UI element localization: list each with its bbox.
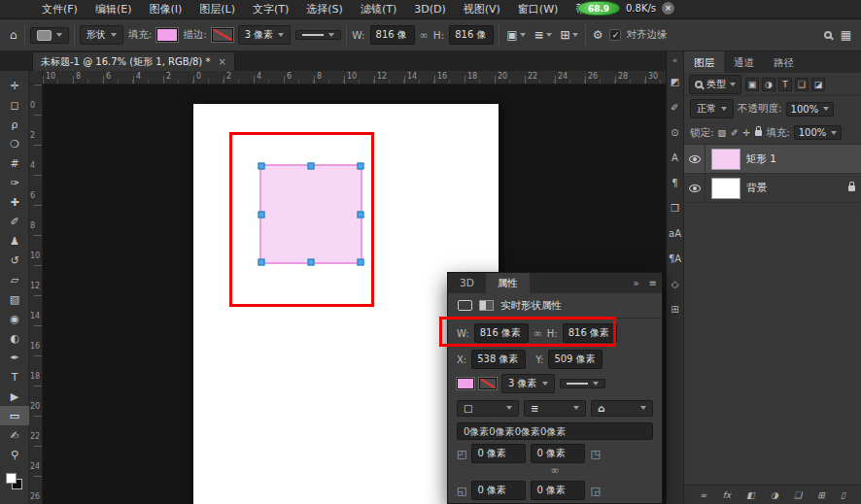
selection-handle[interactable] (258, 163, 265, 170)
menu-item[interactable]: 图像(I) (140, 0, 190, 19)
home-icon[interactable]: ⌂ (8, 28, 19, 42)
filter-type-layers-icon[interactable]: T (778, 78, 792, 91)
shape-width-input[interactable]: 816 像 (370, 25, 415, 45)
paragraph-styles-panel-icon[interactable]: ¶A (667, 246, 683, 271)
shape-height-input[interactable]: 816 像素 (563, 323, 617, 343)
menu-item[interactable]: 滤镜(T) (352, 0, 405, 19)
fill-opacity-select[interactable]: 100% (794, 125, 843, 140)
speed-ball-badge[interactable]: 68.9 (577, 1, 620, 16)
selection-handle[interactable] (358, 163, 364, 170)
workspace-switcher-icon[interactable]: ▦ (839, 28, 853, 42)
geometry-options-gear-icon[interactable]: ⚙ (591, 28, 605, 42)
link-layers-icon[interactable]: ∞ (700, 489, 707, 500)
layer-thumbnail[interactable] (711, 178, 740, 199)
menu-item[interactable]: 选择(S) (297, 0, 352, 19)
stroke-corners-select[interactable]: ⌂ (591, 400, 653, 417)
lock-position-icon[interactable]: ✛ (743, 128, 751, 138)
fill-color-swatch[interactable] (156, 28, 178, 42)
shape-width-input[interactable]: 816 像素 (474, 323, 529, 343)
menu-item[interactable]: 窗口(W) (509, 0, 567, 19)
info-panel-icon[interactable]: ⊙ (667, 119, 683, 145)
search-icon[interactable] (822, 31, 834, 39)
foreground-color-swatch[interactable] (6, 473, 17, 484)
selection-handle[interactable] (358, 211, 364, 218)
blur-tool[interactable]: ◉ (0, 309, 29, 328)
zoom-tool[interactable]: ⚲ (0, 445, 29, 464)
layer-thumbnail[interactable] (711, 149, 740, 170)
character-panel-icon[interactable]: A (667, 145, 683, 170)
stroke-width-select[interactable]: 3 像素 (501, 374, 555, 393)
spot-healing-brush-tool[interactable]: ✚ (0, 192, 29, 212)
lock-image-pixels-icon[interactable]: ✐ (731, 128, 739, 138)
dodge-tool[interactable]: ◐ (0, 328, 29, 348)
panel-tab[interactable]: 图层 (684, 51, 724, 73)
shape-x-input[interactable]: 538 像素 (471, 350, 526, 369)
corner-radius-top-right-input[interactable]: 0 像素 (531, 444, 585, 463)
menu-item[interactable]: 编辑(E) (86, 0, 141, 19)
lock-all-icon[interactable] (755, 128, 762, 138)
stroke-type-select[interactable] (560, 379, 605, 388)
character-styles-panel-icon[interactable]: aA (667, 220, 683, 246)
gradient-tool[interactable]: ▧ (0, 289, 29, 309)
quick-selection-tool[interactable]: ❍ (0, 134, 29, 153)
hand-tool[interactable]: ✍ (0, 425, 29, 445)
3d-panel-icon[interactable]: ◇ (667, 271, 683, 296)
new-layer-icon[interactable]: ⊞ (817, 489, 825, 500)
adjustments-panel-icon[interactable]: ◩ (667, 69, 683, 94)
delete-layer-icon[interactable]: ▯ (841, 489, 845, 500)
align-edges-checkbox[interactable]: ✓ (609, 29, 621, 41)
horizontal-type-tool[interactable]: T (0, 367, 29, 386)
selection-handle[interactable] (258, 259, 265, 266)
shape-height-input[interactable]: 816 像 (449, 25, 494, 45)
blend-mode-select[interactable]: 正常 (690, 99, 734, 118)
path-selection-tool[interactable]: ▶ (0, 386, 29, 406)
layer-row[interactable]: 矩形 1 (684, 145, 861, 174)
tool-mode-select[interactable]: 形状 (80, 25, 123, 45)
mask-thumbnail-icon[interactable] (479, 300, 494, 311)
corner-radius-bottom-left-input[interactable]: 0 像素 (471, 481, 526, 500)
stroke-color-swatch[interactable] (212, 28, 233, 42)
path-alignment-dropdown[interactable]: ≡ (533, 28, 554, 42)
expand-panels-icon[interactable]: « (667, 51, 683, 69)
brush-tool[interactable]: ✐ (0, 212, 29, 231)
filter-smart-objects-icon[interactable]: ◪ (811, 78, 825, 91)
crop-tool[interactable]: # (0, 153, 29, 173)
horizontal-ruler[interactable]: 108642024681012141618202224262830 (43, 71, 666, 84)
link-corner-radii-icon[interactable]: ∞ (448, 464, 662, 480)
filter-adjustment-layers-icon[interactable]: ◑ (762, 78, 775, 91)
new-group-icon[interactable]: ❏ (794, 489, 802, 500)
layer-row[interactable]: 背景 (684, 174, 861, 203)
layer-effects-icon[interactable]: fx (723, 489, 732, 500)
selection-handle[interactable] (358, 259, 364, 266)
panel-menu-icon[interactable]: ≡ (644, 278, 662, 288)
tab-properties[interactable]: 属性 (486, 273, 530, 293)
link-wh-icon[interactable]: ∞ (534, 327, 542, 340)
vertical-ruler[interactable]: 02468101214161820222426 (29, 84, 43, 504)
selection-handle[interactable] (258, 211, 265, 218)
menu-item[interactable]: 图层(L) (190, 0, 244, 19)
clone-stamp-tool[interactable]: ♟ (0, 231, 29, 251)
collapse-panel-icon[interactable]: » (628, 278, 643, 288)
paragraph-panel-icon[interactable]: ¶ (667, 170, 683, 195)
filter-pixel-layers-icon[interactable]: ▣ (745, 78, 759, 91)
shape-y-input[interactable]: 509 像素 (548, 350, 603, 369)
lasso-tool[interactable]: ρ (0, 115, 29, 134)
document-tab[interactable]: 未标题-1 @ 16.7% (矩形 1, RGB/8) * × (32, 51, 235, 71)
path-arrangement-dropdown[interactable]: ⊞ (559, 28, 580, 42)
clone-source-panel-icon[interactable]: ❐ (667, 195, 683, 220)
menu-item[interactable]: 文字(T) (244, 0, 297, 19)
panel-tab[interactable]: 路径 (764, 51, 804, 73)
rectangular-marquee-tool[interactable]: ◻ (0, 95, 29, 115)
new-adjustment-layer-icon[interactable]: ◑ (771, 489, 778, 500)
history-brush-tool[interactable]: ↺ (0, 251, 29, 270)
rectangle-tool[interactable]: ▭ (0, 406, 29, 425)
styles-panel-icon[interactable]: ✐ (667, 94, 683, 119)
move-tool[interactable]: ✛ (0, 76, 29, 95)
lock-transparent-pixels-icon[interactable]: ▨ (718, 128, 727, 138)
selection-handle[interactable] (308, 163, 315, 170)
stroke-color-swatch[interactable] (479, 378, 497, 389)
filter-shape-layers-icon[interactable]: ❏ (795, 78, 809, 91)
path-operations-dropdown[interactable]: ▣ (504, 28, 527, 42)
selection-handle[interactable] (308, 259, 315, 266)
stroke-caps-select[interactable]: ≡ (524, 400, 586, 417)
